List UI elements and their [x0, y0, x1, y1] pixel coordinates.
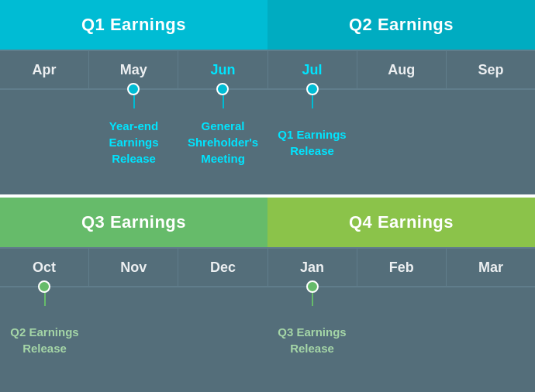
bottom-half: Q3 Earnings Q4 Earnings Oct Nov Dec Jan	[0, 198, 535, 392]
event-aug	[357, 90, 446, 194]
month-may: May	[89, 51, 178, 88]
jul-event-label: Q1 EarningsRelease	[278, 126, 346, 159]
earnings-calendar: Q1 Earnings Q2 Earnings Apr May Jun Jul	[0, 0, 535, 392]
jul-dot	[306, 83, 319, 95]
event-apr	[0, 90, 89, 194]
month-nov: Nov	[89, 249, 178, 286]
event-jun: GeneralShreholder'sMeeting	[178, 90, 268, 194]
q1-header: Q1 Earnings	[0, 0, 268, 50]
month-apr: Apr	[0, 51, 89, 88]
q4-label: Q4 Earnings	[349, 212, 454, 232]
event-dec	[178, 287, 268, 392]
event-jul: Q1 EarningsRelease	[268, 90, 357, 194]
month-oct: Oct	[0, 249, 89, 286]
month-feb: Feb	[357, 249, 447, 286]
top-events-row: Year-endEarningsRelease GeneralShreholde…	[0, 90, 535, 194]
month-jun: Jun	[178, 51, 268, 88]
q1-label: Q1 Earnings	[81, 15, 186, 35]
month-jul: Jul	[268, 51, 357, 88]
q3-label: Q3 Earnings	[81, 212, 186, 232]
event-jan: Q3 EarningsRelease	[268, 287, 357, 392]
event-oct: Q2 EarningsRelease	[0, 287, 89, 392]
month-jan: Jan	[268, 249, 357, 286]
month-aug: Aug	[357, 51, 447, 88]
jun-dot	[216, 83, 229, 95]
month-sep: Sep	[447, 51, 535, 88]
q2-header: Q2 Earnings	[268, 0, 535, 50]
q2-label: Q2 Earnings	[349, 15, 454, 35]
bottom-month-row: Oct Nov Dec Jan Feb Mar	[0, 247, 535, 287]
oct-event-label: Q2 EarningsRelease	[10, 324, 78, 356]
event-may: Year-endEarningsRelease	[89, 90, 178, 194]
top-half: Q1 Earnings Q2 Earnings Apr May Jun Jul	[0, 0, 535, 194]
bottom-events-row: Q2 EarningsRelease Q3 EarningsRelease	[0, 287, 535, 392]
q4-header: Q4 Earnings	[268, 198, 535, 247]
month-mar: Mar	[447, 249, 535, 286]
event-nov	[89, 287, 178, 392]
may-dot	[127, 83, 140, 95]
jan-event-label: Q3 EarningsRelease	[278, 324, 346, 356]
jun-event-label: GeneralShreholder'sMeeting	[188, 118, 258, 167]
top-quarter-row: Q1 Earnings Q2 Earnings	[0, 0, 535, 50]
month-dec: Dec	[178, 249, 268, 286]
q3-header: Q3 Earnings	[0, 198, 268, 247]
event-sep	[446, 90, 535, 194]
event-mar	[446, 287, 535, 392]
may-event-label: Year-endEarningsRelease	[109, 118, 158, 167]
bottom-quarter-row: Q3 Earnings Q4 Earnings	[0, 198, 535, 247]
oct-dot	[38, 280, 50, 293]
jan-dot	[306, 280, 319, 293]
top-month-row: Apr May Jun Jul Aug Sep	[0, 50, 535, 90]
event-feb	[357, 287, 446, 392]
